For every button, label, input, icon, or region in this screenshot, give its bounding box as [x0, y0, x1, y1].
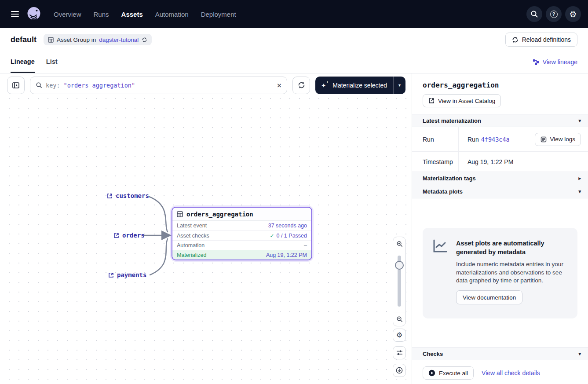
toggle-sidebar-button[interactable]	[7, 77, 25, 94]
lineage-canvas[interactable]: customers orders payments	[0, 97, 412, 384]
asset-search-input[interactable]: key:"orders_aggregation" ×	[30, 77, 287, 94]
chevron-right-icon: ▸	[578, 176, 581, 181]
top-nav: Overview Runs Assets Automation Deployme…	[0, 0, 588, 28]
nav-help-button[interactable]: ?	[546, 6, 562, 22]
external-link-icon	[113, 233, 119, 238]
asset-node-customers[interactable]: customers	[107, 191, 149, 201]
section-checks[interactable]: Checks ▾	[412, 347, 588, 360]
run-prefix: Run	[467, 136, 479, 143]
asset-node-orders-aggregation[interactable]: orders_aggregation Latest event 37 secon…	[172, 207, 312, 260]
search-icon	[36, 82, 42, 88]
node-row-latest-event: Latest event 37 seconds ago	[172, 221, 311, 230]
asset-node-label: customers	[116, 192, 149, 199]
plots-card-title: Asset plots are automatically generated …	[456, 239, 566, 256]
view-logs-button[interactable]: View logs	[535, 133, 581, 146]
zoom-slider[interactable]	[393, 251, 405, 312]
asset-node-header: orders_aggregation	[172, 208, 311, 221]
nav-item-deployment[interactable]: Deployment	[201, 11, 236, 18]
asset-group-badge[interactable]: Asset Group in dagster-tutorial	[44, 34, 152, 45]
reload-definitions-label: Reload definitions	[522, 36, 571, 43]
nav-search-button[interactable]	[526, 6, 542, 22]
tab-list[interactable]: List	[46, 51, 58, 73]
view-logs-label: View logs	[550, 136, 575, 143]
section-latest-materialization[interactable]: Latest materialization ▾	[412, 114, 588, 127]
play-circle-icon	[428, 369, 435, 377]
node-row-automation: Automation –	[172, 240, 311, 250]
plots-card-body: Include numeric metadata entries in your…	[456, 260, 570, 285]
gear-icon: ⚙	[396, 332, 402, 339]
sliders-icon	[396, 350, 403, 356]
recenter-view-button[interactable]	[393, 364, 406, 377]
materialize-dropdown-button[interactable]: ▾	[393, 77, 405, 94]
asset-node-title: orders_aggregation	[186, 211, 253, 218]
chevron-down-icon: ▾	[578, 189, 581, 194]
menu-button[interactable]	[7, 6, 23, 22]
search-icon	[530, 10, 538, 18]
zoom-in-button[interactable]	[393, 237, 405, 251]
clear-search-button[interactable]: ×	[277, 81, 281, 89]
panel-expand-icon	[12, 82, 19, 89]
materialize-selected-button[interactable]: ✦✦ Materialize selected	[315, 77, 393, 94]
asset-details-panel: orders_aggregation View in Asset Catalog…	[412, 73, 588, 384]
zoom-slider-thumb[interactable]	[395, 261, 404, 270]
section-materialization-tags[interactable]: Materialization tags ▸	[412, 172, 588, 185]
asset-node-label: orders	[122, 232, 145, 239]
chevron-down-icon: ▾	[398, 83, 401, 88]
reload-definitions-button[interactable]: Reload definitions	[505, 33, 577, 47]
view-in-asset-catalog-label: View in Asset Catalog	[438, 98, 495, 104]
timestamp-label: Timestamp	[412, 152, 459, 172]
graph-toolbar: key:"orders_aggregation" × ✦✦ Materializ…	[0, 73, 412, 97]
tabs-row: Lineage List View lineage	[0, 51, 588, 73]
section-metadata-plots[interactable]: Metadata plots ▾	[412, 185, 588, 198]
chart-icon	[432, 239, 448, 253]
lineage-graph-icon	[533, 59, 540, 66]
primary-nav: Overview Runs Assets Automation Deployme…	[54, 11, 236, 18]
tab-lineage[interactable]: Lineage	[11, 51, 35, 73]
graph-filters-button[interactable]	[393, 346, 406, 359]
chevron-down-icon: ▾	[578, 351, 581, 357]
asset-node-label: payments	[117, 271, 146, 278]
nav-item-assets[interactable]: Assets	[121, 11, 143, 18]
zoom-out-button[interactable]	[393, 312, 405, 326]
table-icon	[177, 211, 183, 217]
zoom-in-icon	[396, 241, 403, 247]
checks-actions: Execute all View all check details	[423, 366, 577, 380]
node-row-materialized: Materialized Aug 19, 1:22 PM	[172, 250, 311, 260]
asset-node-orders[interactable]: orders	[113, 230, 145, 240]
view-in-asset-catalog-button[interactable]: View in Asset Catalog	[423, 94, 501, 107]
panel-asset-title: orders_aggregation	[423, 81, 577, 89]
nav-item-overview[interactable]: Overview	[54, 11, 81, 18]
nav-item-runs[interactable]: Runs	[94, 11, 109, 18]
refresh-icon	[298, 81, 305, 89]
badge-repo-link[interactable]: dagster-tutorial	[99, 37, 139, 43]
page-header: default Asset Group in dagster-tutorial …	[0, 28, 588, 51]
content: key:"orders_aggregation" × ✦✦ Materializ…	[0, 73, 588, 384]
metadata-plots-empty-card: Asset plots are automatically generated …	[423, 228, 577, 318]
view-lineage-link[interactable]: View lineage	[533, 59, 577, 66]
dagster-logo[interactable]	[26, 6, 42, 22]
sparkle-icon: ✦✦	[321, 82, 329, 89]
search-query-value: "orders_aggregation"	[64, 82, 135, 89]
nav-settings-button[interactable]: ⚙	[565, 6, 581, 22]
external-link-icon	[428, 98, 435, 104]
search-query-prefix: key:	[46, 82, 60, 89]
nav-actions: ? ⚙	[526, 6, 581, 22]
execute-all-button[interactable]: Execute all	[423, 366, 474, 380]
run-id-link[interactable]: 4f943c4a	[481, 136, 510, 143]
view-all-check-details-link[interactable]: View all check details	[482, 369, 540, 377]
nav-item-automation[interactable]: Automation	[155, 11, 189, 18]
dagster-octopus-icon	[26, 6, 42, 22]
refresh-icon	[142, 37, 147, 43]
run-row-label: Run	[412, 127, 459, 151]
graph-column: key:"orders_aggregation" × ✦✦ Materializ…	[0, 73, 412, 384]
zoom-controls	[393, 237, 406, 326]
reload-icon	[512, 37, 519, 43]
check-icon: ✓	[270, 233, 274, 239]
arrow-down-circle-icon	[396, 367, 403, 374]
view-documentation-button[interactable]: View documentation	[456, 290, 522, 304]
refresh-graph-button[interactable]	[292, 77, 310, 94]
external-link-icon	[108, 272, 114, 278]
graph-settings-button[interactable]: ⚙	[393, 329, 406, 342]
asset-node-payments[interactable]: payments	[108, 270, 146, 280]
page-title: default	[11, 35, 37, 44]
